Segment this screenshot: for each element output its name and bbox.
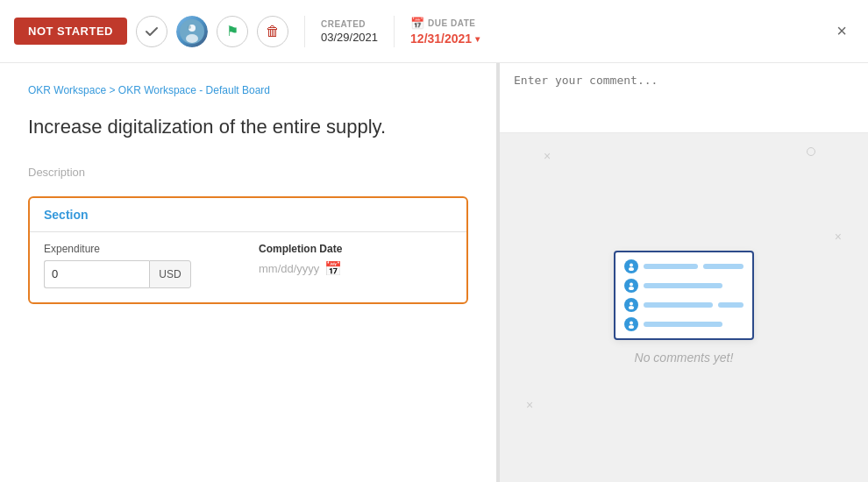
card-row-3 (624, 298, 743, 312)
card-line-4 (644, 302, 713, 308)
card-illustration (614, 251, 754, 340)
svg-point-8 (630, 302, 633, 306)
deco-circle-1 (807, 147, 815, 156)
completion-date-input-group: mm/dd/yyyy 📅 (259, 260, 452, 277)
delete-button[interactable]: 🗑 (257, 16, 288, 47)
expenditure-field: Expenditure USD (44, 243, 238, 288)
svg-point-11 (629, 325, 634, 329)
card-row-1 (624, 259, 743, 273)
completion-date-label: Completion Date (259, 243, 452, 255)
calendar-icon: 📅 (410, 17, 424, 30)
svg-point-10 (630, 322, 633, 325)
description-placeholder[interactable]: Description (28, 166, 468, 179)
card-avatar-4 (624, 317, 638, 331)
task-title: Increase digitalization of the entire su… (28, 114, 468, 141)
illustration-area: × × × (500, 133, 868, 482)
trash-icon: 🗑 (266, 24, 280, 39)
svg-point-9 (629, 306, 634, 309)
right-panel: × × × (500, 63, 868, 482)
top-bar: NOT STARTED ⚑ 🗑 CREATED 03/29/2021 📅 DUE (0, 0, 868, 63)
currency-suffix: USD (149, 260, 191, 288)
svg-point-6 (630, 283, 633, 287)
divider-2 (394, 16, 395, 47)
card-avatar-2 (624, 279, 638, 293)
due-date-meta: 📅 DUE DATE 12/31/2021 ▾ (410, 17, 480, 46)
section-box: Section Expenditure USD Completion Date … (28, 196, 468, 304)
deco-x-1: × (544, 149, 551, 163)
svg-point-2 (186, 34, 198, 43)
card-line-3 (644, 283, 722, 288)
completion-date-field: Completion Date mm/dd/yyyy 📅 (259, 243, 452, 288)
expenditure-input-group: USD (44, 260, 238, 288)
card-line-5 (718, 302, 743, 308)
main-layout: OKR Workspace > OKR Workspace - Default … (0, 63, 868, 482)
deco-x-2: × (526, 398, 533, 412)
created-value: 03/29/2021 (321, 31, 378, 44)
svg-point-7 (629, 287, 634, 290)
section-body: Expenditure USD Completion Date mm/dd/yy… (30, 232, 466, 302)
divider (304, 16, 305, 47)
section-header-text: Section (44, 208, 89, 222)
card-avatar-1 (624, 259, 638, 273)
card-line-6 (644, 322, 722, 327)
flag-icon: ⚑ (226, 23, 238, 39)
svg-point-5 (629, 267, 634, 271)
status-button[interactable]: NOT STARTED (14, 18, 127, 45)
close-button[interactable]: × (829, 18, 854, 45)
left-panel: OKR Workspace > OKR Workspace - Default … (0, 63, 500, 482)
comment-area (500, 63, 868, 133)
svg-point-4 (630, 264, 633, 267)
created-meta: CREATED 03/29/2021 (321, 19, 378, 44)
due-date-value[interactable]: 12/31/2021 ▾ (410, 32, 480, 46)
card-line-2 (703, 264, 743, 269)
breadcrumb[interactable]: OKR Workspace > OKR Workspace - Default … (28, 84, 468, 96)
card-avatar-3 (624, 298, 638, 312)
svg-point-3 (188, 25, 191, 29)
created-label: CREATED (321, 19, 378, 29)
section-header: Section (30, 198, 466, 232)
avatar-button[interactable] (176, 16, 208, 47)
avatar (176, 16, 208, 47)
no-comments-text: No comments yet! (635, 351, 734, 365)
caret-icon: ▾ (475, 34, 480, 44)
expenditure-label: Expenditure (44, 243, 238, 255)
card-row-4 (624, 317, 743, 331)
due-date-label: DUE DATE (428, 18, 475, 28)
card-line-1 (644, 264, 698, 269)
deco-x-3: × (835, 230, 842, 244)
date-calendar-icon[interactable]: 📅 (324, 260, 342, 277)
date-placeholder: mm/dd/yyyy (259, 262, 319, 275)
expenditure-input[interactable] (44, 260, 149, 288)
flag-button[interactable]: ⚑ (217, 16, 248, 47)
card-row-2 (624, 279, 743, 293)
comment-input[interactable] (514, 74, 854, 113)
check-button[interactable] (136, 16, 167, 47)
